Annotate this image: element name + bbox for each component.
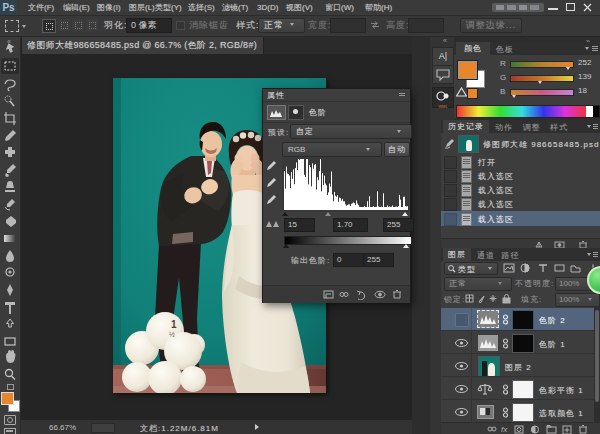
svg-text:fx: fx bbox=[501, 425, 508, 434]
svg-text:1: 1 bbox=[171, 319, 177, 330]
svg-text:½: ½ bbox=[169, 331, 175, 338]
